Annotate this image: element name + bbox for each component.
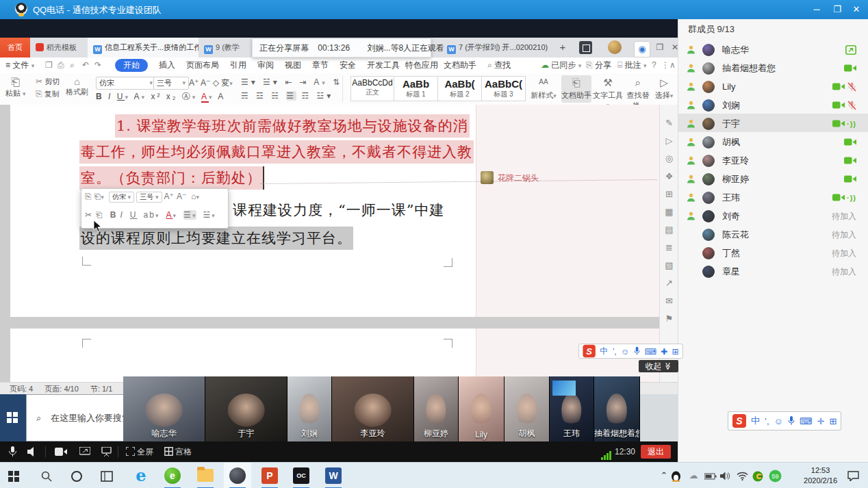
video-thumbnail[interactable]: 胡枫 [505,376,550,441]
cut-button[interactable]: ✂ 剪切 [36,77,60,87]
exit-call-button[interactable]: 退出 [641,445,671,459]
font-style-icons[interactable]: B I U▾ A▾ x² x₂ Ⓐ▾ A▾ A [96,91,225,103]
document-canvas[interactable]: 1. 课堂教学每班次前需做好教室场地与设施设备的消 毒工作，师生均必须佩戴口罩进… [0,105,659,382]
video-thumbnail[interactable]: 李亚玲 [332,376,414,441]
font-name-select[interactable]: 仿宋 ▾ [96,77,156,90]
tab-wps-home[interactable]: 首页 [0,38,30,57]
video-thumbnail[interactable]: 柳亚婷 [414,376,459,441]
pen-icon[interactable]: ✎ [660,114,678,132]
mail-icon[interactable]: ✉ [660,292,678,310]
task-view-icon[interactable] [93,463,120,488]
copy-button[interactable]: ⎘ 复制 [36,89,60,99]
find-replace-button[interactable]: ⌕查找替换▾ [624,75,652,103]
select-button[interactable]: ▷选择▾ [653,75,675,103]
tab-doc-assistant[interactable]: 文档助手 [444,57,476,73]
align-icon[interactable]: ☰▾ [183,210,196,220]
member-row[interactable]: 胡枫 [678,132,868,151]
ime-emoji-icon[interactable]: ☺ [774,416,783,426]
style-heading1[interactable]: AaBb标题 1 [394,76,438,101]
window-manage-icon[interactable] [579,41,592,54]
tab-special-apps[interactable]: 特色应用 [405,57,438,73]
member-row[interactable]: Lily [678,77,868,95]
preview-icon[interactable]: ⌕ [70,57,75,73]
tab-view[interactable]: 视图 [285,57,301,73]
cortana-icon[interactable] [63,463,90,488]
tray-badge-59[interactable]: 59 [767,463,783,488]
clipboard-icon[interactable]: ⎗ [96,210,104,220]
list-indent-icons[interactable]: ☰▾ ☱▾ ⇤ ⇥ A▾ ⇅ [241,77,342,87]
print-icon[interactable]: ⎙ [58,57,64,73]
fullscreen-button[interactable]: 全屏 [126,441,153,462]
tab-section[interactable]: 章节 [312,57,329,73]
cut-icon[interactable]: ✂ [85,210,93,220]
file-menu[interactable]: ≡ 文件 ▾ [5,57,34,73]
shrink-font-icon[interactable]: A⁻ [177,192,186,201]
help-icon[interactable]: ? [652,57,656,73]
synced-status[interactable]: ☁ 已同步 ▾ [541,57,581,73]
member-row[interactable]: 李亚玲 [678,151,868,169]
tray-antivirus-icon[interactable] [750,463,765,488]
shapes-icon[interactable]: ❖ [660,168,678,185]
start-button[interactable] [0,463,27,488]
paste-icon[interactable]: ⎗▾ [94,192,104,201]
style-heading2[interactable]: AaBb(标题 2 [438,76,482,101]
grid-view-button[interactable]: 宫格 [164,441,192,462]
ime-emoji-icon[interactable]: ☺ [621,346,629,356]
member-row[interactable]: 柳亚婷 [678,169,868,188]
sogou-logo-icon[interactable]: S [732,414,746,428]
tray-speaker-icon[interactable] [717,463,732,488]
tray-qq-icon[interactable] [668,463,683,488]
member-row[interactable]: 陈云花 待加入 [678,224,868,243]
mini-font-size[interactable]: 三号 ▾ [136,192,162,203]
italic-icon[interactable]: I [120,210,123,220]
style-normal[interactable]: AaBbCcDd正文 [350,76,394,101]
share-menu[interactable]: ⎘ 分享 [586,57,611,73]
wps-restore-button[interactable]: ❐ [652,38,668,57]
redo-icon[interactable]: ↷ [94,57,101,73]
table-icon[interactable]: ⊞ [660,185,678,203]
more-icon[interactable]: ⋮ [661,57,669,73]
tab-document-active[interactable]: W信息工程系关于...疫情的工作方案 [88,38,199,57]
tab-page-layout[interactable]: 页面布局 [186,57,219,73]
pointer-icon[interactable]: ▷ [660,132,678,150]
save-icon[interactable]: ❐ [45,57,53,73]
tab-document-3[interactable]: W7 (开学报到) 开...0200210) [442,38,548,57]
ime-keyboard-icon[interactable]: ⌨ [800,416,813,426]
align-icons[interactable]: ☴ ☲ ☵ ☰ ☶ ☳▾ [241,91,333,101]
highlight-icon[interactable]: ab▾ [144,210,160,220]
new-style-button[interactable]: ᴬᴬ新样式▾ [528,75,559,103]
sogou-logo-icon[interactable]: S [583,345,595,357]
video-thumbnail[interactable]: 抽着烟想着您 [594,376,640,441]
collapse-button[interactable]: 收起 ≫ [639,360,678,372]
text-tools-button[interactable]: ⚒文字工具▾ [593,75,623,103]
flag-icon[interactable]: ⚑ [660,310,678,328]
taskbar-clock[interactable]: 12:53 2020/2/16 [804,465,837,486]
paste-button[interactable]: ⎗粘贴 ▾ [5,76,26,99]
grow-font-icon[interactable]: A⁺ [164,192,174,201]
format-painter-button[interactable]: ⌂格式刷 [66,76,88,97]
settings-sliders-icon[interactable]: ≣ [660,239,678,257]
member-row[interactable]: 于宇 ·)) [678,114,868,132]
ime-skin-icon[interactable]: ✚ [661,346,667,356]
tab-review[interactable]: 审阅 [257,57,274,73]
member-row[interactable]: 丁然 待加入 [678,243,868,261]
member-row[interactable]: 刘娴 [678,95,868,114]
browser-360-icon[interactable]: e [159,463,186,488]
powerpoint-icon[interactable]: P [256,463,283,488]
mini-font-name[interactable]: 仿宋 ▾ [109,192,134,203]
copy-icon[interactable]: ⎘ [85,192,92,201]
member-row[interactable]: 抽着烟想着您 [678,58,868,77]
ime-mic-icon[interactable] [788,416,795,426]
ime-mode-icon[interactable]: 中 [600,346,608,357]
edge-icon[interactable]: e [127,463,155,488]
video-thumbnail[interactable]: 王玮 [550,376,594,441]
tray-battery-icon[interactable] [702,463,719,488]
member-row[interactable]: 章星 待加入 [678,261,868,280]
restore-button[interactable]: ❐ [827,0,847,19]
close-button[interactable]: ✕ [846,0,867,19]
undo-icon[interactable]: ↶ [82,57,89,73]
member-row[interactable]: 喻志华 [678,40,868,58]
file-explorer-icon[interactable] [192,463,219,488]
video-thumbnail[interactable]: 于宇 [205,376,288,441]
ime-toolbox-icon[interactable]: ⊞ [672,346,679,356]
